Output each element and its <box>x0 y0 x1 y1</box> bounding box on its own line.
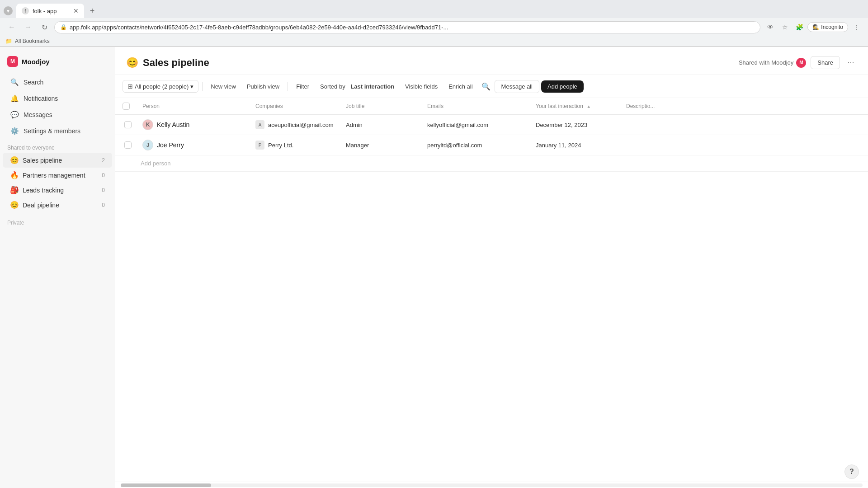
company-name-joe: Perry Ltd. <box>268 142 293 149</box>
publish-view-button[interactable]: Publish view <box>242 81 284 92</box>
row-checkbox-joe[interactable] <box>124 141 132 149</box>
sidebar-label-messages: Messages <box>24 111 52 118</box>
col-header-emails: Emails <box>422 98 530 115</box>
incognito-badge[interactable]: 🕵️ Incognito <box>807 22 848 32</box>
reload-btn[interactable]: ↻ <box>38 21 51 33</box>
bookmarks-bar: 📁 All Bookmarks <box>0 36 868 47</box>
add-person-row[interactable]: Add person <box>115 155 868 172</box>
scroll-thumb[interactable] <box>121 483 211 487</box>
chevron-down-icon: ▾ <box>190 83 193 90</box>
eye-slash-icon[interactable]: 👁 <box>764 21 777 33</box>
incognito-label: Incognito <box>821 24 843 30</box>
address-bar[interactable]: 🔒 app.folk.app/apps/contacts/network/4f6… <box>54 21 760 33</box>
shared-avatar: M <box>796 58 806 68</box>
table-row: J Joe Perry P Perry Ltd. <box>115 135 868 155</box>
messages-icon: 💬 <box>10 110 19 119</box>
col-header-add[interactable]: + <box>854 98 868 115</box>
interaction-joe: January 11, 2024 <box>536 142 581 149</box>
incognito-icon: 🕵️ <box>812 24 819 30</box>
bell-icon: 🔔 <box>10 94 19 103</box>
cell-desc-kelly <box>621 115 854 135</box>
search-icon: 🔍 <box>10 78 19 87</box>
visible-fields-button[interactable]: Visible fields <box>401 81 442 92</box>
person-name-kelly: Kelly Austin <box>157 121 189 128</box>
company-icon-kelly: A <box>255 120 264 129</box>
sorted-by-button[interactable]: Sorted by Last interaction <box>316 81 399 92</box>
scroll-track[interactable] <box>121 483 863 487</box>
bookmark-btn[interactable]: ☆ <box>778 21 791 33</box>
brand-name: Moodjoy <box>22 58 50 66</box>
sidebar-label-notifications: Notifications <box>24 95 58 102</box>
view-label: All people (2 people) <box>135 83 189 90</box>
forward-btn[interactable]: → <box>22 21 34 33</box>
company-name-kelly: aceupofficial@gmail.com <box>268 122 333 128</box>
sidebar-item-search[interactable]: 🔍 Search <box>3 74 112 90</box>
brand-icon: M <box>7 56 18 67</box>
sidebar-item-notifications[interactable]: 🔔 Notifications <box>3 90 112 107</box>
col-header-description: Descriptio... <box>621 98 854 115</box>
back-btn[interactable]: ← <box>5 21 18 33</box>
cell-person-joe[interactable]: J Joe Perry <box>137 135 250 155</box>
private-section-title: Private <box>0 212 115 228</box>
new-tab-btn[interactable]: + <box>86 5 99 17</box>
sidebar-item-sales-pipeline[interactable]: 😊 Sales pipeline 2 <box>3 153 112 168</box>
cell-interaction-joe: January 11, 2024 <box>530 135 621 155</box>
sidebar-item-settings[interactable]: ⚙️ Settings & members <box>3 123 112 139</box>
page-title-area: 😊 Sales pipeline <box>126 57 209 69</box>
add-people-button[interactable]: Add people <box>541 80 584 93</box>
leads-count: 0 <box>102 187 105 193</box>
cell-person-kelly[interactable]: K Kelly Austin <box>137 115 250 135</box>
leads-emoji: 🎒 <box>10 186 19 194</box>
active-tab[interactable]: f folk - app ✕ <box>16 4 84 18</box>
nav-actions: 👁 ☆ 🧩 🕵️ Incognito ⋮ <box>764 21 863 33</box>
row-checkbox-kelly[interactable] <box>124 121 132 128</box>
shared-section-title: Shared to everyone <box>0 139 115 153</box>
bookmarks-folder-icon: 📁 <box>5 38 12 44</box>
deal-emoji: 😊 <box>10 201 19 209</box>
extensions-btn[interactable]: 🧩 <box>793 21 806 33</box>
select-all-checkbox[interactable] <box>123 103 130 110</box>
cell-extra-joe <box>854 135 868 155</box>
sorted-by-prefix: Sorted by <box>320 83 345 90</box>
search-button[interactable]: 🔍 <box>479 80 493 93</box>
sidebar-brand[interactable]: M Moodjoy <box>0 52 115 70</box>
bottom-scrollbar <box>115 482 868 488</box>
tab-dropdown-btn[interactable]: ▼ <box>4 6 13 15</box>
more-options-btn[interactable]: ··· <box>844 56 857 69</box>
cell-interaction-kelly: December 12, 2023 <box>530 115 621 135</box>
sort-icon: ▲ <box>586 104 591 109</box>
browser-chrome: ▼ f folk - app ✕ + ← → ↻ 🔒 app.folk.app/… <box>0 0 868 47</box>
sidebar-item-partners-management[interactable]: 🔥 Partners management 0 <box>3 168 112 183</box>
sidebar: M Moodjoy 🔍 Search 🔔 Notifications 💬 Mes… <box>0 47 115 488</box>
company-icon-joe: P <box>255 141 264 150</box>
table-header-row: Person Companies Job title Emails Your l <box>115 98 868 115</box>
partners-count: 0 <box>102 172 105 178</box>
email-joe: perryltd@official.com <box>427 142 482 149</box>
partners-label: Partners management <box>23 172 98 179</box>
new-view-button[interactable]: New view <box>206 81 241 92</box>
enrich-all-button[interactable]: Enrich all <box>444 81 477 92</box>
table-container: Person Companies Job title Emails Your l <box>115 98 868 482</box>
cell-email-joe: perryltd@official.com <box>422 135 530 155</box>
more-options-btn[interactable]: ⋮ <box>850 21 863 33</box>
sorted-by-field: Last interaction <box>350 83 394 90</box>
col-header-jobtitle: Job title <box>340 98 422 115</box>
message-all-button[interactable]: Message all <box>495 80 539 93</box>
bookmarks-label[interactable]: All Bookmarks <box>15 38 50 44</box>
view-selector[interactable]: ⊞ All people (2 people) ▾ <box>123 80 198 93</box>
help-button[interactable]: ? <box>844 465 859 479</box>
sidebar-item-deal-pipeline[interactable]: 😊 Deal pipeline 0 <box>3 197 112 212</box>
filter-button[interactable]: Filter <box>292 81 314 92</box>
person-name-joe: Joe Perry <box>157 141 184 149</box>
shared-with: Shared with Moodjoy M <box>739 58 806 68</box>
sidebar-item-messages[interactable]: 💬 Messages <box>3 107 112 123</box>
cell-company-kelly[interactable]: A aceupofficial@gmail.com <box>250 115 340 135</box>
tab-close-btn[interactable]: ✕ <box>73 7 79 14</box>
cell-company-joe[interactable]: P Perry Ltd. <box>250 135 340 155</box>
app-container: M Moodjoy 🔍 Search 🔔 Notifications 💬 Mes… <box>0 47 868 488</box>
sidebar-item-leads-tracking[interactable]: 🎒 Leads tracking 0 <box>3 183 112 197</box>
lock-icon: 🔒 <box>60 24 67 30</box>
share-button[interactable]: Share <box>811 56 840 69</box>
page-title: Sales pipeline <box>143 57 209 69</box>
add-person-cell[interactable]: Add person <box>115 155 868 172</box>
